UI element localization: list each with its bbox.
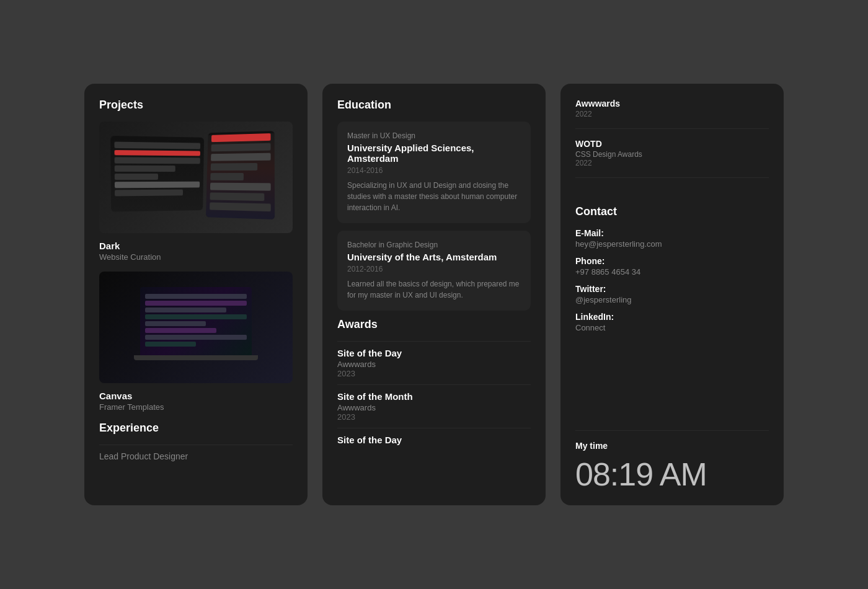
award-year-1: 2023 [337,412,531,422]
project-dark-image [99,122,293,233]
contact-linkedin-value: Connect [575,323,769,332]
project-dark-title: Dark [99,241,293,251]
right-award-year-0: 2022 [575,110,769,118]
my-time-section: My time 08:19 AM [575,430,769,490]
middle-card: Education Master in UX Design University… [322,84,546,505]
award-item-1: Site of the Month Awwwards 2023 [337,384,531,428]
right-award-org-1: CSS Design Awards [575,150,769,159]
contact-phone-label: Phone: [575,256,769,266]
award-title-1: Site of the Month [337,391,531,402]
project-dark-subtitle: Website Curation [99,252,293,262]
left-card: Projects [84,84,308,505]
experience-role: Lead Product Designer [99,451,293,461]
contact-email-value: hey@jespersterling.com [575,239,769,249]
project-canvas-image [99,272,293,383]
experience-section: Experience Lead Product Designer [99,422,293,467]
right-awards-section: Awwwards 2022 WOTD CSS Design Awards 202… [575,99,769,188]
experience-item: Lead Product Designer [99,445,293,467]
award-org-1: Awwwards [337,403,531,412]
edu-desc-0: Specializing in UX and UI Design and clo… [347,180,521,213]
laptop-mockup [134,287,258,368]
edu-item-1: Bachelor in Graphic Design University of… [337,231,531,311]
award-org-0: Awwwards [337,360,531,369]
right-award-0: Awwwards 2022 [575,99,769,129]
experience-title: Experience [99,422,293,435]
contact-phone-value: +97 8865 4654 34 [575,267,769,277]
edu-years-0: 2014-2016 [347,166,521,175]
contact-twitter-value: @jespersterling [575,295,769,304]
edu-years-1: 2012-2016 [347,265,521,273]
edu-desc-1: Learned all the basics of design, which … [347,278,521,301]
edu-item-0: Master in UX Design University Applied S… [337,122,531,223]
contact-section: Contact E-Mail: hey@jespersterling.com P… [575,205,769,340]
award-title-0: Site of the Day [337,348,531,358]
contact-phone: Phone: +97 8865 4654 34 [575,256,769,277]
award-year-0: 2023 [337,369,531,378]
contact-linkedin-label: LinkedIn: [575,312,769,322]
award-title-2: Site of the Day [337,435,531,445]
cards-container: Projects [84,84,784,505]
right-award-1: WOTD CSS Design Awards 2022 [575,139,769,178]
awards-title: Awards [337,318,531,331]
contact-title: Contact [575,205,769,218]
contact-email-label: E-Mail: [575,228,769,238]
education-title: Education [337,99,531,112]
edu-school-0: University Applied Sciences, Amsterdam [347,143,521,164]
right-card: Awwwards 2022 WOTD CSS Design Awards 202… [560,84,784,505]
project-canvas-title: Canvas [99,391,293,401]
edu-degree-0: Master in UX Design [347,131,521,140]
right-award-year-1: 2022 [575,159,769,167]
projects-title: Projects [99,99,293,112]
contact-twitter-label: Twitter: [575,284,769,294]
right-award-name-1: WOTD [575,139,769,149]
contact-twitter: Twitter: @jespersterling [575,284,769,304]
contact-email: E-Mail: hey@jespersterling.com [575,228,769,249]
my-time-label: My time [575,441,769,451]
edu-degree-1: Bachelor in Graphic Design [347,241,521,249]
clock-display: 08:19 AM [575,458,769,490]
award-item-0: Site of the Day Awwwards 2023 [337,341,531,384]
right-award-name-0: Awwwards [575,99,769,108]
award-item-2: Site of the Day [337,428,531,453]
project-canvas-subtitle: Framer Templates [99,402,293,412]
contact-linkedin: LinkedIn: Connect [575,312,769,332]
awards-section: Awards Site of the Day Awwwards 2023 Sit… [337,318,531,453]
edu-school-1: University of the Arts, Amsterdam [347,252,521,262]
